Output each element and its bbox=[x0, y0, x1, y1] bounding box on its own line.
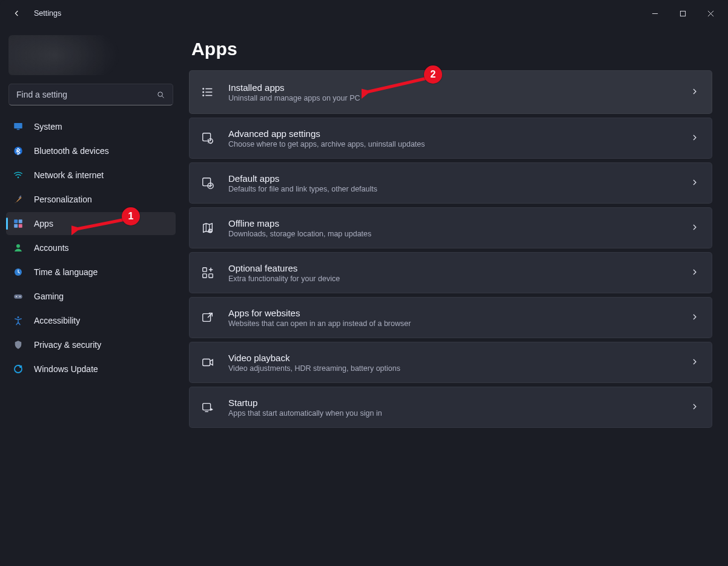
card-subtitle: Websites that can open in an app instead… bbox=[228, 319, 690, 328]
card-title: Default apps bbox=[228, 173, 690, 184]
svg-point-4 bbox=[157, 92, 162, 96]
account-header[interactable] bbox=[8, 35, 173, 75]
sidebar-item-gaming[interactable]: Gaming bbox=[6, 285, 176, 308]
list-icon bbox=[200, 85, 215, 99]
sidebar-item-time-language[interactable]: Time & language bbox=[6, 261, 176, 284]
startup-icon bbox=[200, 400, 215, 415]
card-subtitle: Defaults for file and link types, other … bbox=[228, 185, 690, 193]
search-input[interactable] bbox=[9, 90, 148, 99]
sidebar-item-label: Personalization bbox=[34, 195, 170, 204]
chevron-right-icon bbox=[690, 267, 701, 278]
sidebar-item-bluetooth-devices[interactable]: Bluetooth & devices bbox=[6, 139, 176, 162]
card-installed-apps[interactable]: Installed appsUninstall and manage apps … bbox=[189, 70, 712, 114]
sidebar-item-windows-update[interactable]: Windows Update bbox=[6, 358, 176, 381]
sidebar-item-system[interactable]: System bbox=[6, 115, 176, 138]
back-button[interactable] bbox=[11, 7, 23, 19]
sidebar-item-label: Accounts bbox=[34, 243, 170, 253]
card-texts: Advanced app settingsChoose where to get… bbox=[228, 128, 690, 148]
grid-plus-icon bbox=[200, 265, 215, 280]
app-check-icon bbox=[200, 176, 215, 190]
card-subtitle: Extra functionality for your device bbox=[228, 275, 690, 283]
card-subtitle: Downloads, storage location, map updates bbox=[228, 230, 690, 238]
minimize-button[interactable] bbox=[641, 4, 669, 22]
window-title: Settings bbox=[34, 9, 61, 18]
clock-icon bbox=[12, 266, 24, 278]
chevron-right-icon bbox=[690, 402, 701, 413]
card-title: Advanced app settings bbox=[228, 128, 690, 139]
close-icon bbox=[707, 10, 714, 17]
card-subtitle: Choose where to get apps, archive apps, … bbox=[228, 140, 690, 148]
svg-rect-1 bbox=[680, 11, 685, 16]
sidebar-item-label: Privacy & security bbox=[34, 340, 170, 350]
chevron-right-icon bbox=[690, 357, 701, 368]
app-body: SystemBluetooth & devicesNetwork & inter… bbox=[0, 27, 728, 566]
search-box[interactable] bbox=[8, 84, 173, 105]
title-bar: Settings bbox=[0, 0, 728, 27]
card-default-apps[interactable]: Default appsDefaults for file and link t… bbox=[189, 162, 712, 204]
update-icon bbox=[12, 363, 24, 375]
card-video-playback[interactable]: Video playbackVideo adjustments, HDR str… bbox=[189, 342, 712, 383]
card-subtitle: Video adjustments, HDR streaming, batter… bbox=[228, 364, 690, 373]
card-offline-maps[interactable]: Offline mapsDownloads, storage location,… bbox=[189, 207, 712, 248]
sidebar-item-accessibility[interactable]: Accessibility bbox=[6, 309, 176, 332]
svg-line-5 bbox=[162, 96, 164, 98]
sidebar-item-network-internet[interactable]: Network & internet bbox=[6, 164, 176, 187]
sidebar-item-accounts[interactable]: Accounts bbox=[6, 236, 176, 259]
card-advanced-app-settings[interactable]: Advanced app settingsChoose where to get… bbox=[189, 118, 712, 159]
card-apps-for-websites[interactable]: Apps for websitesWebsites that can open … bbox=[189, 297, 712, 338]
app-gear-icon bbox=[200, 131, 215, 145]
chevron-right-icon bbox=[690, 178, 701, 188]
accessibility-icon bbox=[12, 315, 24, 327]
sidebar-item-label: Network & internet bbox=[34, 170, 170, 180]
nav-list: SystemBluetooth & devicesNetwork & inter… bbox=[6, 115, 176, 381]
sidebar-item-label: Bluetooth & devices bbox=[34, 146, 170, 156]
person-icon bbox=[12, 242, 24, 254]
maximize-icon bbox=[680, 10, 686, 17]
card-texts: Apps for websitesWebsites that can open … bbox=[228, 308, 690, 328]
card-title: Offline maps bbox=[228, 218, 690, 228]
card-texts: Video playbackVideo adjustments, HDR str… bbox=[228, 353, 690, 373]
title-bar-left: Settings bbox=[0, 7, 61, 19]
card-title: Video playback bbox=[228, 353, 690, 363]
card-texts: Offline mapsDownloads, storage location,… bbox=[228, 218, 690, 238]
sidebar-item-personalization[interactable]: Personalization bbox=[6, 188, 176, 211]
close-button[interactable] bbox=[697, 4, 724, 22]
page-title: Apps bbox=[191, 39, 712, 59]
sidebar-item-label: Apps bbox=[34, 219, 170, 228]
open-in-icon bbox=[200, 310, 215, 325]
card-title: Apps for websites bbox=[228, 308, 690, 318]
map-icon bbox=[200, 221, 215, 235]
sidebar-item-apps[interactable]: Apps bbox=[6, 212, 176, 235]
card-title: Optional features bbox=[228, 263, 690, 273]
content-area: Apps Installed appsUninstall and manage … bbox=[182, 27, 728, 566]
search-icon bbox=[148, 84, 173, 105]
apps-icon bbox=[12, 218, 24, 230]
chevron-right-icon bbox=[690, 87, 701, 98]
card-startup[interactable]: StartupApps that start automatically whe… bbox=[189, 387, 712, 428]
sidebar-item-privacy-security[interactable]: Privacy & security bbox=[6, 333, 176, 356]
monitor-icon bbox=[12, 121, 24, 133]
cards-list: Installed appsUninstall and manage apps … bbox=[189, 70, 712, 428]
card-subtitle: Apps that start automatically when you s… bbox=[228, 409, 690, 418]
minimize-icon bbox=[652, 10, 658, 17]
maximize-button[interactable] bbox=[669, 4, 697, 22]
chevron-right-icon bbox=[690, 222, 701, 233]
card-subtitle: Uninstall and manage apps on your PC bbox=[228, 94, 690, 102]
sidebar-item-label: Accessibility bbox=[34, 316, 170, 325]
card-texts: Installed appsUninstall and manage apps … bbox=[228, 82, 690, 102]
sidebar: SystemBluetooth & devicesNetwork & inter… bbox=[0, 27, 182, 566]
back-arrow-icon bbox=[12, 8, 22, 18]
card-texts: Optional featuresExtra functionality for… bbox=[228, 263, 690, 283]
gamepad-icon bbox=[12, 290, 24, 302]
sidebar-item-label: Windows Update bbox=[34, 364, 170, 374]
shield-icon bbox=[12, 339, 24, 351]
brush-icon bbox=[12, 193, 24, 205]
video-icon bbox=[200, 355, 215, 370]
card-texts: Default appsDefaults for file and link t… bbox=[228, 173, 690, 193]
card-optional-features[interactable]: Optional featuresExtra functionality for… bbox=[189, 252, 712, 293]
card-title: Startup bbox=[228, 398, 690, 408]
card-title: Installed apps bbox=[228, 82, 690, 93]
sidebar-item-label: Time & language bbox=[34, 267, 170, 277]
sidebar-item-label: System bbox=[34, 122, 170, 132]
chevron-right-icon bbox=[690, 312, 701, 323]
